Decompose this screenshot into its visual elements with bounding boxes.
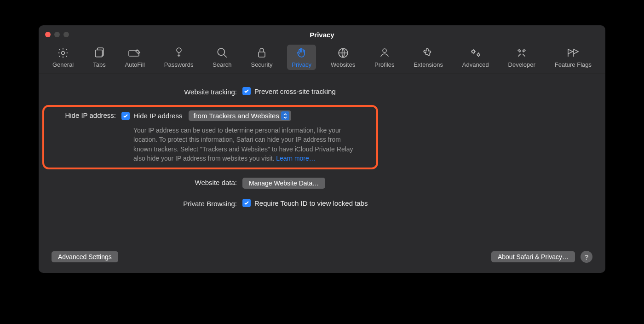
private-browsing-label: Private Browsing: [52,199,242,208]
tab-label: Advanced [462,61,489,68]
require-touchid-checkbox[interactable] [242,199,251,207]
tabs-icon [93,46,105,59]
tab-extensions[interactable]: Extensions [409,45,448,70]
gear-icon [57,46,69,59]
tab-developer[interactable]: Developer [504,45,540,70]
titlebar: Privacy [39,25,605,44]
tab-feature-flags[interactable]: Feature Flags [550,45,596,70]
tab-label: Search [213,61,231,68]
svg-rect-1 [95,50,102,57]
pencil-icon [128,46,142,59]
tab-profiles[interactable]: Profiles [370,45,399,70]
tab-autofill[interactable]: AutoFill [121,45,150,70]
gears-icon [469,46,482,59]
tab-label: Security [251,61,272,68]
footer: Advanced Settings About Safari & Privacy… [52,251,592,263]
search-icon [216,46,228,59]
tab-websites[interactable]: Websites [326,45,360,70]
svg-rect-2 [129,51,139,56]
svg-point-4 [218,48,224,55]
lock-icon [257,46,267,59]
tools-icon [516,46,528,59]
person-icon [379,46,390,59]
hide-ip-label: Hide IP address: [48,110,121,119]
flags-icon [566,46,580,59]
prevent-cross-site-checkbox[interactable] [242,87,251,95]
puzzle-icon [422,46,434,59]
hide-ip-section-highlight: Hide IP address: Hide IP address from Tr… [42,105,378,169]
content-area: Website tracking: Prevent cross-site tra… [39,74,605,208]
tab-label: Passwords [164,61,194,68]
minimize-window-button[interactable] [54,32,60,37]
tab-label: Extensions [414,61,443,68]
about-safari-privacy-button[interactable]: About Safari & Privacy… [491,251,575,262]
manage-website-data-button[interactable]: Manage Website Data… [242,178,325,189]
tab-label: Tabs [93,61,105,68]
svg-rect-5 [259,52,265,57]
advanced-settings-button[interactable]: Advanced Settings [52,251,118,262]
svg-point-9 [477,54,479,56]
tab-advanced[interactable]: Advanced [458,45,494,70]
website-data-label: Website data: [52,178,242,186]
hide-ip-description: Your IP address can be used to determine… [121,126,361,163]
traffic-lights [45,32,69,37]
tab-label: General [52,61,74,68]
chevron-updown-icon [281,111,289,120]
tab-label: Privacy [292,61,311,68]
prevent-cross-site-label: Prevent cross-site tracking [254,87,336,95]
tab-privacy[interactable]: Privacy [287,45,316,70]
hide-ip-checkbox[interactable] [121,112,130,120]
svg-point-7 [383,49,386,52]
toolbar: General Tabs AutoFill Passwords Search S… [39,44,605,74]
svg-point-3 [177,48,181,52]
globe-icon [337,46,349,59]
hide-ip-from-select[interactable]: from Trackers and Websites [189,110,291,121]
hand-icon [296,46,307,59]
zoom-window-button[interactable] [63,32,69,37]
help-button[interactable]: ? [581,251,592,263]
key-icon [174,46,184,59]
tab-label: Websites [331,61,355,68]
website-tracking-label: Website tracking: [52,87,242,96]
tab-label: Developer [508,61,535,68]
close-window-button[interactable] [45,32,51,37]
tab-general[interactable]: General [48,45,78,70]
tab-tabs[interactable]: Tabs [88,45,110,70]
svg-point-0 [62,52,65,55]
tab-label: Feature Flags [555,61,592,68]
tab-security[interactable]: Security [246,45,277,70]
tab-passwords[interactable]: Passwords [160,45,198,70]
select-value: from Trackers and Websites [193,112,279,120]
preferences-window: Privacy General Tabs AutoFill Passwords … [39,25,605,273]
tab-label: AutoFill [125,61,145,68]
hide-ip-checkbox-label: Hide IP address [133,112,182,120]
tab-search[interactable]: Search [208,45,236,70]
tab-label: Profiles [374,61,394,68]
require-touchid-label: Require Touch ID to view locked tabs [254,199,368,207]
learn-more-link[interactable]: Learn more… [276,155,316,162]
window-title: Privacy [39,31,605,39]
